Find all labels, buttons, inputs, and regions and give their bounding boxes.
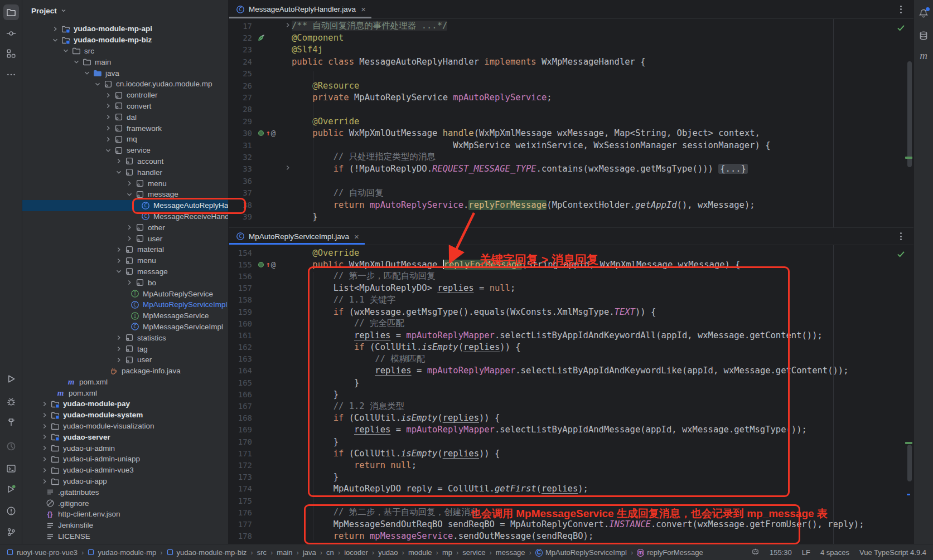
fold-marker-icon[interactable] [283,163,292,174]
build-icon[interactable] [3,415,19,430]
breadcrumb-item[interactable]: CMpAutoReplyServiceImpl [535,548,627,557]
chevron-right-icon[interactable] [113,157,124,165]
commit-icon[interactable] [3,26,19,41]
tree-item-pom-xml[interactable]: mpom.xml [22,387,228,398]
chevron-down-icon[interactable] [123,190,135,199]
breadcrumb-item[interactable]: message [496,548,525,557]
breadcrumb-item[interactable]: mp [442,548,452,557]
chevron-right-icon[interactable] [123,278,135,287]
breadcrumb-item[interactable]: yudao-module-mp [88,548,156,557]
services-icon[interactable] [3,481,19,497]
breadcrumb-item[interactable]: service [462,548,485,557]
debug-icon[interactable] [3,394,19,410]
tree-item-yudao-module-pay[interactable]: yudao-module-pay [22,398,228,410]
tree-item-yudao-server[interactable]: yudao-server [22,431,228,442]
tree-item-yudao-module-system[interactable]: yudao-module-system [22,410,228,421]
ai-assistant-icon[interactable] [751,547,760,557]
tree-item-yudao-module-visualization[interactable]: yudao-module-visualization [22,421,228,432]
chevron-right-icon[interactable] [113,245,124,254]
tree-item-yudao-ui-admin-uniapp[interactable]: yudao-ui-admin-uniapp [22,454,228,465]
tree-item-convert[interactable]: convert [22,101,228,112]
breadcrumb-item[interactable]: module [408,548,432,557]
breadcrumb-item[interactable]: ruoyi-vue-pro-vue3 [7,548,78,557]
tree-item-cn-iocoder-yudao-module-mp[interactable]: cn.iocoder.yudao.module.mp [22,79,228,90]
chevron-right-icon[interactable] [123,234,135,243]
chevron-right-icon[interactable] [123,223,135,232]
chevron-right-icon[interactable] [113,256,124,265]
breadcrumb-item[interactable]: java [303,548,316,557]
tree-item-account[interactable]: account [22,156,228,167]
chevron-down-icon[interactable] [91,80,103,89]
chevron-right-icon[interactable] [38,411,50,420]
chevron-right-icon[interactable] [49,25,61,33]
chevron-down-icon[interactable] [49,36,61,45]
chevron-right-icon[interactable] [38,466,50,475]
chevron-down-icon[interactable] [102,146,114,155]
breadcrumb-item[interactable]: mreplyForMessage [637,548,703,557]
tree-item-yudao-ui-app[interactable]: yudao-ui-app [22,476,228,487]
tree-item-bo[interactable]: bo [22,277,228,288]
tree-item-message[interactable]: message [22,266,228,277]
structure-icon[interactable] [3,46,19,61]
tree-item-menu[interactable]: menu [22,178,228,189]
tree-item-mpautoreplyserviceimpl[interactable]: CMpAutoReplyServiceImpl [22,299,228,310]
tree-item-pom-xml[interactable]: mpom.xml [22,377,228,388]
tree-item-other[interactable]: other [22,222,228,233]
close-icon[interactable]: × [354,232,359,241]
tree-item-controller[interactable]: controller [22,90,228,101]
chevron-right-icon[interactable] [123,179,135,188]
more-tools-icon[interactable] [3,67,19,82]
tree-item-tag[interactable]: tag [22,343,228,354]
chevron-right-icon[interactable] [38,400,50,408]
tree-item-framework[interactable]: framework [22,123,228,134]
chevron-right-icon[interactable] [38,477,50,486]
tree-item-messagereceivehandler[interactable]: CMessageReceiveHandler [22,211,228,222]
profiler-icon[interactable] [3,439,19,454]
chevron-right-icon[interactable] [38,432,50,441]
project-header[interactable]: Project [22,0,228,21]
tree-item-license[interactable]: LICENSE [22,531,228,542]
breadcrumb-item[interactable]: yudao [378,548,398,557]
tree-item-mpmessageservice[interactable]: IMpMessageService [22,310,228,322]
database-icon[interactable] [916,28,931,43]
tree-item-menu[interactable]: menu [22,255,228,266]
chevron-right-icon[interactable] [38,422,50,431]
tree-item-yudao-ui-admin-vue3[interactable]: yudao-ui-admin-vue3 [22,465,228,476]
chevron-right-icon[interactable] [113,356,124,364]
breadcrumb-item[interactable]: iocoder [344,548,368,557]
chevron-right-icon[interactable] [102,113,114,121]
problems-icon[interactable] [3,503,19,519]
tree-item-material[interactable]: material [22,244,228,255]
status-indent-style[interactable]: 4 spaces [820,548,849,557]
tree-item-messageautoreplyhandler[interactable]: CMessageAutoReplyHandler [22,200,228,211]
tree-item-main[interactable]: main [22,56,228,67]
breadcrumb-item[interactable]: yudao-module-mp-biz [167,548,247,557]
status-line-separator[interactable]: LF [802,548,810,557]
tab-message-auto-reply-handler[interactable]: C MessageAutoReplyHandler.java × [229,0,371,18]
tree-item-service[interactable]: service [22,145,228,156]
tree-item-handler[interactable]: handler [22,167,228,178]
maven-icon[interactable]: m [916,48,931,64]
chevron-right-icon[interactable] [38,455,50,464]
breadcrumb-item[interactable]: cn [326,548,334,557]
tree-item--gitattributes[interactable]: .gitattributes [22,486,228,498]
notifications-bell-icon[interactable] [916,6,931,21]
inspections-ok-icon[interactable] [893,247,908,260]
inspections-ok-icon[interactable] [893,21,908,33]
chevron-right-icon[interactable] [102,91,114,100]
tree-item-user[interactable]: user [22,233,228,244]
chevron-down-icon[interactable] [81,69,93,77]
editor-options-kebab-icon[interactable] [896,4,906,14]
tree-item-message[interactable]: message [22,189,228,200]
tree-item-java[interactable]: java [22,67,228,79]
tree-item-http-client-env-json[interactable]: {}http-client.env.json [22,509,228,520]
git-branch-icon[interactable] [3,524,19,540]
tree-item-package-info-java[interactable]: package-info.java [22,366,228,377]
editor-mp-auto-reply-service-impl[interactable]: 154 @Override155↑@ public WxMpXmlOutMess… [229,245,913,544]
chevron-down-icon[interactable] [113,267,124,276]
project-icon[interactable] [3,4,19,20]
terminal-icon[interactable] [3,461,19,476]
tree-item-statistics[interactable]: statistics [22,332,228,343]
chevron-down-icon[interactable] [60,46,71,55]
tree-item-mpmessageserviceimpl[interactable]: CMpMessageServiceImpl [22,322,228,333]
